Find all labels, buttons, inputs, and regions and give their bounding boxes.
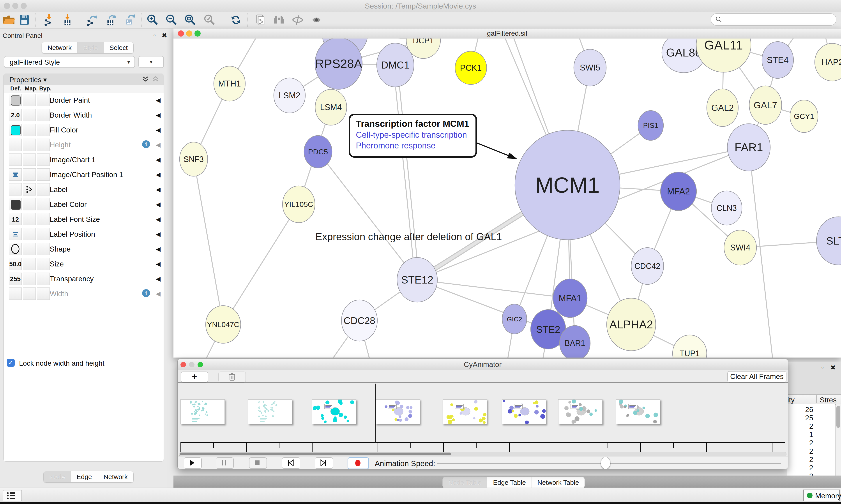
import-table-button[interactable] xyxy=(61,14,74,26)
zoom-in-button[interactable] xyxy=(146,14,159,26)
copy-network-button[interactable] xyxy=(254,14,267,26)
table-cell-value[interactable]: 2 xyxy=(787,439,813,447)
minimize-window-icon[interactable] xyxy=(186,31,192,37)
lock-checkbox[interactable]: ✓ xyxy=(7,359,15,367)
pause-button[interactable] xyxy=(216,457,234,469)
property-row-border-paint[interactable]: Border Paint◀ xyxy=(4,93,164,108)
scrollbar-thumb[interactable] xyxy=(180,453,451,455)
speed-slider-handle[interactable] xyxy=(601,457,610,469)
bypass-cell[interactable] xyxy=(37,213,50,225)
timeline-frame-3[interactable] xyxy=(376,399,420,424)
mapping-cell[interactable] xyxy=(23,109,36,121)
property-row-transparency[interactable]: 255Transparency◀ xyxy=(4,271,164,286)
network-node-MTH1[interactable]: MTH1 xyxy=(214,66,245,101)
default-value-cell[interactable] xyxy=(9,198,22,211)
bypass-cell[interactable] xyxy=(37,94,50,106)
table-cell-value[interactable]: 26 xyxy=(787,406,813,414)
mapping-cell[interactable] xyxy=(23,183,36,196)
network-node-MFA2[interactable]: MFA2 xyxy=(661,172,696,211)
table-column-stress[interactable]: Stres xyxy=(820,396,837,404)
refresh-layout-button[interactable] xyxy=(230,14,242,26)
default-value-cell[interactable]: 255 xyxy=(9,273,22,285)
zoom-out-button[interactable] xyxy=(165,14,178,26)
expand-row-icon[interactable]: ◀ xyxy=(156,111,161,119)
timeline-frame-1[interactable] xyxy=(248,399,292,424)
record-button[interactable] xyxy=(347,457,369,469)
search-box[interactable] xyxy=(711,13,836,25)
minimize-window-icon[interactable] xyxy=(189,362,195,367)
tab-network-table[interactable]: Network Table xyxy=(532,477,585,488)
table-cell-value[interactable]: 2 xyxy=(787,447,813,455)
network-node-ALPHA2[interactable]: ALPHA2 xyxy=(607,298,656,351)
expand-row-icon[interactable]: ◀ xyxy=(156,216,161,223)
network-node-TUP1[interactable]: TUP1 xyxy=(673,335,707,358)
bypass-cell[interactable] xyxy=(37,183,50,196)
tab-node-table[interactable]: Node Table xyxy=(443,477,487,488)
play-button[interactable] xyxy=(184,457,202,469)
network-node-BAR1[interactable]: BAR1 xyxy=(559,326,590,358)
expand-row-icon[interactable]: ◀ xyxy=(156,171,161,178)
mapping-cell[interactable] xyxy=(23,258,36,270)
network-node-FAR1[interactable]: FAR1 xyxy=(727,124,770,171)
close-window-icon[interactable] xyxy=(178,31,184,37)
zoom-fit-button[interactable] xyxy=(184,14,197,26)
bypass-cell[interactable] xyxy=(37,258,50,270)
binoculars-button[interactable] xyxy=(272,14,285,26)
mapping-cell[interactable] xyxy=(23,228,36,240)
default-value-cell[interactable] xyxy=(9,183,22,196)
tab-network[interactable]: Network xyxy=(42,42,77,53)
network-node-SWI5[interactable]: SWI5 xyxy=(574,49,606,86)
timeline-frame-6[interactable] xyxy=(558,399,603,424)
mapping-cell[interactable] xyxy=(23,198,36,211)
network-node-LSM2[interactable]: LSM2 xyxy=(274,78,305,113)
network-edge[interactable] xyxy=(223,204,299,324)
default-value-cell[interactable]: 12 xyxy=(9,213,22,225)
property-row-shape[interactable]: Shape◀ xyxy=(4,241,164,257)
style-options-button[interactable]: ▾ xyxy=(139,56,164,68)
expand-row-icon[interactable]: ◀ xyxy=(156,156,161,163)
network-node-SLT2[interactable]: SLT2 xyxy=(817,217,841,265)
property-row-height[interactable]: Heighti◀ xyxy=(4,137,164,152)
property-row-width[interactable]: Widthi◀ xyxy=(4,286,164,301)
export-table-button[interactable] xyxy=(105,14,118,26)
animation-timeline[interactable]: Seconds 0123456789 xyxy=(178,383,788,451)
clear-all-frames-button[interactable]: Clear All Frames xyxy=(727,371,786,382)
info-icon[interactable]: i xyxy=(142,289,150,297)
close-panel-icon[interactable]: ✖ xyxy=(162,32,167,39)
property-row-image-chart-position-1[interactable]: Image/Chart Position 1◀ xyxy=(4,167,164,182)
memory-button[interactable]: Memory xyxy=(803,489,840,501)
table-cell-value[interactable]: 2 xyxy=(787,464,813,472)
timeline-frame-5[interactable] xyxy=(502,399,546,424)
network-node-GIC2[interactable]: GIC2 xyxy=(502,304,527,334)
expand-row-icon[interactable]: ◀ xyxy=(156,96,161,104)
default-value-cell[interactable] xyxy=(9,124,22,136)
panel-list-button[interactable] xyxy=(3,490,22,501)
close-window-icon[interactable] xyxy=(180,362,186,367)
network-node-MFA1[interactable]: MFA1 xyxy=(553,279,587,318)
default-value-cell[interactable]: 50.0 xyxy=(9,258,22,270)
expand-row-icon[interactable]: ◀ xyxy=(156,141,161,148)
network-edge[interactable] xyxy=(417,280,570,298)
mapping-cell[interactable] xyxy=(23,168,36,181)
bypass-cell[interactable] xyxy=(37,198,50,211)
timeline-frame-4[interactable] xyxy=(443,399,487,424)
zoom-selected-button[interactable] xyxy=(203,14,216,26)
network-edge[interactable] xyxy=(194,159,223,324)
network-node-CLN3[interactable]: CLN3 xyxy=(711,191,742,225)
property-row-label[interactable]: Label◀ xyxy=(4,182,164,197)
show-details-button[interactable] xyxy=(310,14,323,26)
tab-edge-table[interactable]: Edge Table xyxy=(487,477,532,488)
default-value-cell[interactable] xyxy=(9,228,22,240)
network-node-SNF3[interactable]: SNF3 xyxy=(180,142,208,176)
network-node-PCK1[interactable]: PCK1 xyxy=(455,51,487,85)
expand-row-icon[interactable]: ◀ xyxy=(156,231,161,238)
expand-row-icon[interactable]: ◀ xyxy=(156,186,161,193)
default-value-cell[interactable] xyxy=(9,94,22,106)
open-session-button[interactable] xyxy=(2,14,15,26)
tab-edge[interactable]: Edge xyxy=(71,471,98,482)
skip-start-button[interactable] xyxy=(282,457,300,469)
zoom-window-icon[interactable] xyxy=(21,3,27,9)
expand-row-icon[interactable]: ◀ xyxy=(156,260,161,268)
default-value-cell[interactable] xyxy=(9,139,22,151)
network-node-GCY1[interactable]: GCY1 xyxy=(790,100,818,132)
